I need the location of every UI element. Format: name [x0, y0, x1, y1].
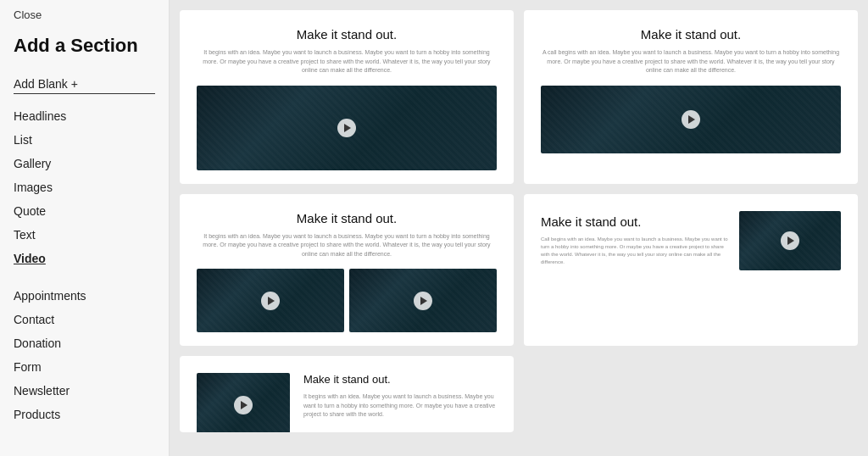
video-thumbnail	[197, 373, 290, 432]
play-triangle	[420, 297, 427, 305]
play-button-icon	[234, 396, 253, 414]
play-button-icon	[781, 231, 799, 250]
card-content-row: Make it stand out. Call begins with an i…	[541, 211, 841, 270]
play-button-icon	[414, 292, 432, 310]
card-title: Make it stand out.	[541, 27, 841, 42]
card-text-side: Make it stand out. It begins with an ide…	[297, 373, 497, 430]
sidebar: Close Add a Section Add Blank + Headline…	[0, 0, 170, 456]
card-description: It begins with an idea. Maybe you want t…	[197, 48, 497, 75]
video-thumbnail	[541, 86, 841, 153]
card-description: A call begins with an idea. Maybe you wa…	[541, 48, 841, 75]
sidebar-item-add-blank[interactable]: Add Blank +	[14, 74, 155, 94]
template-card[interactable]: Make it stand out. It begins with an ide…	[180, 356, 514, 432]
sidebar-item-products[interactable]: Products	[0, 403, 169, 426]
sidebar-item-gallery[interactable]: Gallery	[0, 152, 169, 175]
sidebar-nav: Add Blank + Headlines List Gallery Image…	[0, 70, 169, 456]
video-thumbnail-left	[197, 269, 344, 332]
sidebar-item-list[interactable]: List	[0, 128, 169, 152]
play-triangle	[787, 236, 794, 245]
video-thumbnail-right	[349, 269, 497, 332]
play-triangle	[688, 115, 695, 124]
video-thumbnail	[197, 86, 497, 170]
template-card[interactable]: Make it stand out. It begins with an ide…	[180, 194, 514, 347]
sidebar-item-contact[interactable]: Contact	[0, 308, 169, 331]
play-triangle	[344, 124, 351, 132]
card-title: Make it stand out.	[197, 211, 497, 225]
sidebar-item-video[interactable]: Video	[0, 247, 169, 270]
play-button-icon	[337, 119, 356, 137]
card-description: It begins with an idea. Maybe you want t…	[303, 392, 497, 420]
template-card[interactable]: Make it stand out. Call begins with an i…	[524, 194, 858, 347]
template-card[interactable]: Make it stand out. A call begins with an…	[524, 10, 858, 184]
card-title: Make it stand out.	[197, 27, 497, 42]
sidebar-item-images[interactable]: Images	[0, 175, 169, 199]
sidebar-item-headlines[interactable]: Headlines	[0, 104, 169, 128]
card-title: Make it stand out.	[303, 373, 497, 386]
sidebar-item-form[interactable]: Form	[0, 355, 169, 379]
card-description: It begins with an idea. Maybe you want t…	[197, 232, 497, 259]
play-button-icon	[682, 110, 700, 129]
close-button[interactable]: Close	[0, 0, 169, 30]
sidebar-item-appointments[interactable]: Appointments	[0, 284, 169, 308]
videos-row	[197, 269, 497, 332]
sidebar-item-donation[interactable]: Donation	[0, 331, 169, 355]
play-button-icon	[261, 292, 280, 310]
sidebar-item-newsletter[interactable]: Newsletter	[0, 379, 169, 403]
template-card[interactable]: Make it stand out. It begins with an ide…	[180, 10, 514, 184]
card-description: Call begins with an idea. Maybe you want…	[541, 236, 732, 266]
page-title: Add a Section	[0, 30, 169, 70]
card-text-side: Make it stand out. Call begins with an i…	[541, 214, 732, 266]
sidebar-item-quote[interactable]: Quote	[0, 199, 169, 223]
template-grid: Make it stand out. It begins with an ide…	[170, 0, 868, 456]
play-triangle	[268, 297, 275, 305]
sidebar-item-text[interactable]: Text	[0, 223, 169, 247]
play-triangle	[241, 401, 248, 409]
video-thumbnail	[739, 211, 841, 270]
card-title: Make it stand out.	[541, 214, 732, 229]
